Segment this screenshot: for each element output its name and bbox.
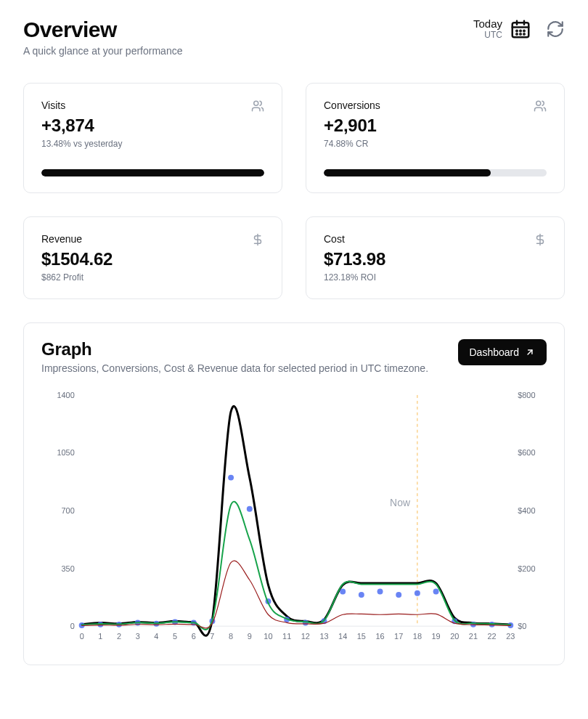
- x-axis-tick: 17: [394, 632, 403, 641]
- x-axis-tick: 6: [192, 632, 196, 641]
- y-axis-left-tick: 350: [62, 564, 75, 573]
- date-label: Today: [473, 17, 502, 30]
- stats-grid: Visits +3,874 13.48% vs yesterday Conver…: [23, 83, 565, 299]
- y-axis-right-tick: $0: [518, 622, 526, 630]
- y-axis-right-tick: $600: [518, 448, 535, 457]
- now-label: Now: [390, 497, 411, 508]
- x-axis-tick: 5: [173, 632, 177, 641]
- scatter-point: [415, 590, 420, 596]
- svg-point-3: [523, 30, 525, 31]
- header-left: Overview A quick glance at your performa…: [23, 17, 182, 57]
- dollar-icon: [534, 233, 547, 249]
- card-revenue: Revenue $1504.62 $862 Profit: [23, 216, 282, 299]
- graph-card: Graph Impressions, Conversions, Cost & R…: [23, 322, 565, 665]
- card-conversions: Conversions +2,901 74.88% CR: [306, 83, 565, 193]
- card-visits-title: Visits: [41, 99, 122, 111]
- y-axis-right-tick: $800: [518, 391, 535, 399]
- dollar-icon: [251, 233, 264, 249]
- card-visits-value: +3,874: [41, 115, 122, 136]
- series-cost: [82, 561, 511, 628]
- dashboard-button-label: Dashboard: [470, 346, 520, 358]
- x-axis-tick: 14: [338, 632, 347, 641]
- series-revenue: [82, 502, 511, 630]
- card-conversions-value: +2,901: [324, 115, 380, 136]
- svg-point-8: [536, 101, 541, 105]
- conversions-progress: [324, 169, 547, 176]
- x-axis-tick: 21: [469, 632, 478, 641]
- x-axis-tick: 20: [450, 632, 459, 641]
- card-conversions-sub: 74.88% CR: [324, 139, 380, 149]
- visits-progress: [41, 169, 264, 176]
- y-axis-left-tick: 0: [70, 622, 75, 630]
- y-axis-left-tick: 700: [62, 506, 75, 515]
- card-cost-sub: 123.18% ROI: [324, 272, 385, 283]
- page-subtitle: A quick glance at your performance: [23, 45, 182, 57]
- graph-title: Graph: [41, 339, 428, 360]
- svg-point-1: [516, 30, 518, 31]
- dashboard-button[interactable]: Dashboard: [458, 339, 547, 365]
- card-cost: Cost $713.98 123.18% ROI: [306, 216, 565, 299]
- svg-point-7: [254, 101, 258, 105]
- x-axis-tick: 3: [136, 632, 140, 641]
- scatter-point: [303, 620, 309, 626]
- x-axis-tick: 13: [319, 632, 328, 641]
- scatter-point: [228, 475, 234, 481]
- x-axis-tick: 9: [248, 632, 252, 641]
- svg-point-4: [516, 33, 518, 35]
- card-cost-value: $713.98: [324, 249, 385, 269]
- graph-subtitle: Impressions, Conversions, Cost & Revenue…: [41, 362, 428, 374]
- scatter-point: [247, 506, 253, 512]
- card-revenue-sub: $862 Profit: [41, 272, 113, 283]
- scatter-point: [433, 588, 439, 594]
- y-axis-right-tick: $200: [518, 564, 535, 573]
- scatter-point: [396, 592, 401, 598]
- date-text: Today UTC: [473, 17, 502, 40]
- y-axis-right-tick: $400: [518, 506, 535, 515]
- y-axis-left-tick: 1400: [57, 391, 74, 399]
- header-right: Today UTC: [473, 17, 565, 40]
- series-impressions: [82, 406, 511, 635]
- card-revenue-value: $1504.62: [41, 249, 113, 269]
- x-axis-tick: 12: [301, 632, 310, 641]
- x-axis-tick: 18: [413, 632, 422, 641]
- page-title: Overview: [23, 17, 182, 42]
- users-icon: [534, 99, 547, 115]
- card-visits-sub: 13.48% vs yesterday: [41, 139, 122, 149]
- date-selector[interactable]: Today UTC: [473, 17, 531, 40]
- scatter-point: [377, 588, 383, 594]
- scatter-point: [340, 588, 346, 594]
- graph-header: Graph Impressions, Conversions, Cost & R…: [41, 339, 547, 374]
- users-icon: [251, 99, 264, 115]
- chart: 035070010501400$0$200$400$600$8000123456…: [41, 387, 547, 649]
- x-axis-tick: 11: [282, 632, 291, 641]
- visits-progress-bar: [41, 169, 264, 176]
- page-header: Overview A quick glance at your performa…: [23, 17, 565, 57]
- card-conversions-title: Conversions: [324, 99, 380, 111]
- x-axis-tick: 19: [431, 632, 440, 641]
- card-cost-title: Cost: [324, 233, 385, 245]
- card-revenue-title: Revenue: [41, 233, 113, 245]
- x-axis-tick: 15: [357, 632, 366, 641]
- y-axis-left-tick: 1050: [57, 448, 74, 457]
- x-axis-tick: 7: [210, 632, 214, 641]
- date-tz: UTC: [484, 30, 502, 40]
- svg-point-6: [523, 33, 525, 35]
- calendar-icon[interactable]: [510, 18, 531, 40]
- x-axis-tick: 16: [375, 632, 384, 641]
- scatter-point: [359, 592, 364, 598]
- x-axis-tick: 0: [80, 632, 84, 641]
- x-axis-tick: 8: [229, 632, 233, 641]
- conversions-progress-bar: [324, 169, 491, 176]
- refresh-icon[interactable]: [546, 20, 565, 38]
- x-axis-tick: 1: [98, 632, 102, 641]
- card-visits: Visits +3,874 13.48% vs yesterday: [23, 83, 282, 193]
- x-axis-tick: 23: [506, 632, 515, 641]
- external-link-icon: [525, 347, 535, 357]
- x-axis-tick: 4: [154, 632, 158, 641]
- x-axis-tick: 10: [264, 632, 272, 641]
- x-axis-tick: 22: [488, 632, 497, 641]
- x-axis-tick: 2: [117, 632, 121, 641]
- svg-point-5: [520, 33, 521, 35]
- svg-point-2: [520, 30, 521, 31]
